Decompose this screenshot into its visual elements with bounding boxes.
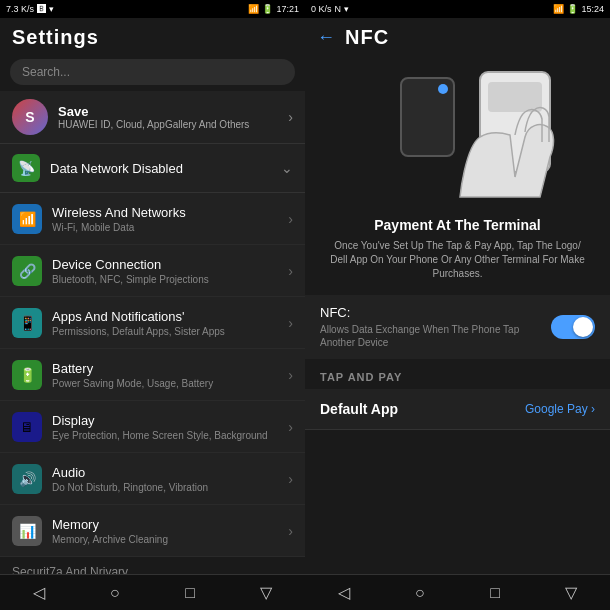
right-network-speed: 0 K/s bbox=[311, 4, 332, 14]
nfc-phone-card bbox=[400, 77, 455, 157]
device-sub: Bluetooth, NFC, Simple Projections bbox=[52, 274, 288, 285]
right-wifi-icon: ▾ bbox=[344, 4, 349, 14]
device-title: Device Connection bbox=[52, 257, 288, 272]
nfc-hand-container bbox=[450, 67, 590, 221]
audio-chevron: › bbox=[288, 471, 293, 487]
settings-item-audio[interactable]: 🔊 Audio Do Not Disturb, Ringtone, Vibrat… bbox=[0, 453, 305, 505]
memory-sub: Memory, Archive Cleaning bbox=[52, 534, 288, 545]
security-footer: Securit7a And Nrivary bbox=[0, 557, 305, 574]
data-network-text: Data Network Disabled bbox=[50, 161, 281, 176]
nfc-header: ← NFC bbox=[305, 18, 610, 57]
battery-chevron: › bbox=[288, 367, 293, 383]
data-network-banner[interactable]: 📡 Data Network Disabled ⌄ bbox=[0, 144, 305, 193]
recent-button[interactable]: □ bbox=[175, 580, 205, 606]
nfc-toggle-row: NFC: Allows Data Exchange When The Phone… bbox=[320, 305, 595, 349]
data-network-icon: 📡 bbox=[12, 154, 40, 182]
settings-header: Settings bbox=[0, 18, 305, 55]
nfc-toggle-section: NFC: Allows Data Exchange When The Phone… bbox=[305, 295, 610, 359]
avatar: S bbox=[12, 99, 48, 135]
right-home-button[interactable]: ○ bbox=[405, 580, 435, 606]
search-bar[interactable]: Search... bbox=[10, 59, 295, 85]
wireless-icon: 📶 bbox=[12, 204, 42, 234]
security-text: Securit7a And Nrivary bbox=[12, 565, 128, 574]
nfc-info: NFC: Allows Data Exchange When The Phone… bbox=[320, 305, 551, 349]
right-time: 15:24 bbox=[581, 4, 604, 14]
apps-sub: Permissions, Default Apps, Sister Apps bbox=[52, 326, 288, 337]
audio-title: Audio bbox=[52, 465, 288, 480]
right-status-left: 0 K/s N ▾ bbox=[311, 4, 349, 14]
apps-content: Apps And Notifications' Permissions, Def… bbox=[52, 309, 288, 337]
right-status-bar: 0 K/s N ▾ 📶 🔋 15:24 bbox=[305, 0, 610, 18]
home-button[interactable]: ○ bbox=[100, 580, 130, 606]
memory-chevron: › bbox=[288, 523, 293, 539]
down-button[interactable]: ▽ bbox=[250, 579, 282, 606]
account-chevron: › bbox=[288, 109, 293, 125]
nfc-panel: 0 K/s N ▾ 📶 🔋 15:24 ← NFC bbox=[305, 0, 610, 610]
wifi-icon: ▾ bbox=[49, 4, 54, 14]
payment-desc: Once You've Set Up The Tap & Pay App, Ta… bbox=[305, 239, 610, 291]
default-app-row[interactable]: Default App Google Pay › bbox=[305, 389, 610, 430]
right-nav-bar: ◁ ○ □ ▽ bbox=[305, 574, 610, 610]
signal-icon: 📶 bbox=[248, 4, 259, 14]
nfc-toggle[interactable] bbox=[551, 315, 595, 339]
battery-icon: 🔋 bbox=[12, 360, 42, 390]
audio-icon: 🔊 bbox=[12, 464, 42, 494]
right-signal-icon: 📶 bbox=[553, 4, 564, 14]
right-nfc-icon: N bbox=[335, 4, 342, 14]
nfc-hand-svg bbox=[450, 67, 590, 217]
audio-content: Audio Do Not Disturb, Ringtone, Vibratio… bbox=[52, 465, 288, 493]
settings-item-battery[interactable]: 🔋 Battery Power Saving Mode, Usage, Batt… bbox=[0, 349, 305, 401]
nfc-sublabel: Allows Data Exchange When The Phone Tap … bbox=[320, 323, 551, 349]
device-chevron: › bbox=[288, 263, 293, 279]
apps-icon: 📱 bbox=[12, 308, 42, 338]
settings-item-display[interactable]: 🖥 Display Eye Protection, Home Screen St… bbox=[0, 401, 305, 453]
nfc-dot bbox=[438, 84, 448, 94]
account-name: Save bbox=[58, 104, 288, 119]
back-button[interactable]: ◁ bbox=[23, 579, 55, 606]
display-icon: 🖥 bbox=[12, 412, 42, 442]
device-icon: 🔗 bbox=[12, 256, 42, 286]
data-network-chevron: ⌄ bbox=[281, 160, 293, 176]
memory-icon: 📊 bbox=[12, 516, 42, 546]
settings-item-device[interactable]: 🔗 Device Connection Bluetooth, NFC, Simp… bbox=[0, 245, 305, 297]
apps-chevron: › bbox=[288, 315, 293, 331]
wireless-sub: Wi-Fi, Mobile Data bbox=[52, 222, 288, 233]
status-left: 7.3 K/s 🅱 ▾ bbox=[6, 4, 54, 14]
tap-pay-label: TAP AND PAY bbox=[320, 371, 595, 383]
right-down-button[interactable]: ▽ bbox=[555, 579, 587, 606]
audio-sub: Do Not Disturb, Ringtone, Vibration bbox=[52, 482, 288, 493]
settings-list: 📶 Wireless And Networks Wi-Fi, Mobile Da… bbox=[0, 193, 305, 574]
settings-item-memory[interactable]: 📊 Memory Memory, Archive Cleaning › bbox=[0, 505, 305, 557]
left-status-bar: 7.3 K/s 🅱 ▾ 📶 🔋 17:21 bbox=[0, 0, 305, 18]
battery-sub: Power Saving Mode, Usage, Battery bbox=[52, 378, 288, 389]
display-title: Display bbox=[52, 413, 288, 428]
wireless-title: Wireless And Networks bbox=[52, 205, 288, 220]
apps-title: Apps And Notifications' bbox=[52, 309, 288, 324]
network-speed: 7.3 K/s bbox=[6, 4, 34, 14]
memory-content: Memory Memory, Archive Cleaning bbox=[52, 517, 288, 545]
account-row[interactable]: S Save HUAWEI ID, Cloud, AppGallery And … bbox=[0, 91, 305, 144]
nfc-back-arrow[interactable]: ← bbox=[317, 27, 335, 48]
time: 17:21 bbox=[276, 4, 299, 14]
nfc-title: NFC bbox=[345, 26, 389, 49]
right-back-button[interactable]: ◁ bbox=[328, 579, 360, 606]
search-input[interactable]: Search... bbox=[22, 65, 70, 79]
settings-item-wireless[interactable]: 📶 Wireless And Networks Wi-Fi, Mobile Da… bbox=[0, 193, 305, 245]
account-info: Save HUAWEI ID, Cloud, AppGallery And Ot… bbox=[58, 104, 288, 130]
settings-item-apps[interactable]: 📱 Apps And Notifications' Permissions, D… bbox=[0, 297, 305, 349]
wireless-content: Wireless And Networks Wi-Fi, Mobile Data bbox=[52, 205, 288, 233]
nfc-label: NFC: bbox=[320, 305, 551, 320]
default-app-title: Default App bbox=[320, 401, 525, 417]
nfc-illustration bbox=[305, 57, 610, 217]
right-battery-icon: 🔋 bbox=[567, 4, 578, 14]
battery-icon: 🔋 bbox=[262, 4, 273, 14]
toggle-knob bbox=[573, 317, 593, 337]
default-app-value: Google Pay › bbox=[525, 402, 595, 416]
memory-title: Memory bbox=[52, 517, 288, 532]
status-right: 📶 🔋 17:21 bbox=[248, 4, 299, 14]
battery-content: Battery Power Saving Mode, Usage, Batter… bbox=[52, 361, 288, 389]
bt-icon: 🅱 bbox=[37, 4, 46, 14]
tap-pay-header: TAP AND PAY bbox=[305, 363, 610, 389]
account-sub: HUAWEI ID, Cloud, AppGallery And Others bbox=[58, 119, 288, 130]
right-recent-button[interactable]: □ bbox=[480, 580, 510, 606]
